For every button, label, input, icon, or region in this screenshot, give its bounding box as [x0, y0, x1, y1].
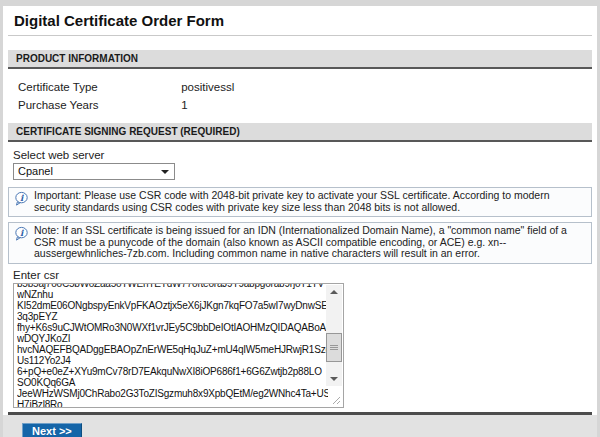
next-button[interactable]: Next >>: [22, 423, 82, 437]
purchase-years-value: 1: [181, 99, 187, 111]
certificate-type-row: Certificate Type positivessl: [18, 78, 597, 96]
important-note-text: Important: Please use CSR code with 2048…: [34, 190, 583, 213]
section-header-product-information: PRODUCT INFORMATION: [8, 50, 592, 69]
important-note-box: i Important: Please use CSR code with 20…: [8, 187, 592, 217]
title-divider: [8, 35, 592, 36]
resize-grip-icon[interactable]: [331, 395, 341, 405]
certificate-type-label: Certificate Type: [18, 78, 178, 96]
csr-textarea[interactable]: b5b5aj7ooC5bWoZaa5oTWEhTETdW77orteoraJ9T…: [13, 283, 344, 408]
select-web-server-label: Select web server: [13, 150, 597, 161]
order-form-page: Digital Certificate Order Form PRODUCT I…: [3, 6, 597, 437]
scrollbar-thumb[interactable]: [326, 333, 342, 362]
chevron-down-icon: [161, 170, 169, 174]
csr-scrollbar[interactable]: [326, 285, 342, 386]
scroll-down-icon[interactable]: [326, 372, 342, 386]
idn-note-text: Note: If an SSL certificate is being iss…: [34, 225, 583, 260]
page-title: Digital Certificate Order Form: [14, 12, 597, 29]
purchase-years-row: Purchase Years 1: [18, 96, 597, 114]
csr-text: b5b5aj7ooC5bWoZaa5oTWEhTETdW77orteoraJ9T…: [14, 283, 328, 408]
section-header-csr: CERTIFICATE SIGNING REQUEST (REQUIRED): [8, 123, 592, 142]
info-icon: i: [14, 190, 29, 213]
info-icon: i: [14, 225, 29, 260]
web-server-selected-value: Cpanel: [18, 165, 53, 177]
purchase-years-label: Purchase Years: [18, 96, 178, 114]
scroll-up-icon[interactable]: [326, 285, 342, 299]
idn-note-box: i Note: If an SSL certificate is being i…: [8, 222, 592, 264]
web-server-select[interactable]: Cpanel: [13, 163, 175, 180]
certificate-type-value: positivessl: [181, 81, 234, 93]
enter-csr-label: Enter csr: [13, 270, 597, 281]
product-info-rows: Certificate Type positivessl Purchase Ye…: [3, 69, 597, 114]
footer-bar: Next >>: [3, 415, 597, 437]
